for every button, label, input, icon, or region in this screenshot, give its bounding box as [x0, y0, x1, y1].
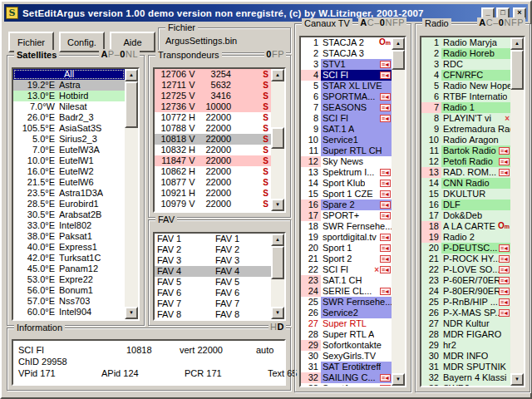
- radio-channel-row[interactable]: 26P-X-MAS SP...≡◄: [421, 308, 510, 318]
- radio-channel-row[interactable]: 22P-LOVE SO...≡◄: [421, 264, 510, 275]
- tv-channel-row[interactable]: 29Sofortkontakte: [301, 340, 392, 351]
- radio-channel-row[interactable]: 27NDR Kultur: [421, 318, 510, 329]
- transponder-row[interactable]: 10832H22000S: [155, 145, 271, 155]
- radio-channel-row[interactable]: 21P-ROCK HY...≡◄: [421, 254, 510, 264]
- radio-channel-row[interactable]: 18A LA CARTEOm: [421, 221, 510, 232]
- radio-channel-row[interactable]: 19Radio 2: [421, 232, 510, 243]
- tv-channel-row[interactable]: 30SexyGirls.TV: [301, 351, 392, 362]
- scroll-up-icon[interactable]: ▲: [510, 37, 524, 50]
- satellite-row[interactable]: 10.0°EEutelW1: [13, 155, 125, 166]
- satellite-row[interactable]: 45.0°EPanam12: [13, 264, 125, 274]
- scroll-down-icon[interactable]: ▼: [510, 373, 524, 386]
- transponder-row[interactable]: 10772H22000S: [155, 112, 271, 123]
- radio-channel-row[interactable]: 7Radio 1: [421, 102, 510, 113]
- satellite-row[interactable]: 38.0°EPaksat1: [13, 231, 125, 242]
- tv-channel-row[interactable]: 13Spektrum I...≡◄: [301, 167, 392, 178]
- radio-channel-row[interactable]: 8PLAYIN'T vi×: [421, 113, 510, 124]
- scroll-up-icon[interactable]: ▲: [125, 69, 138, 81]
- scrollbar-thumb[interactable]: [392, 50, 405, 70]
- scrollbar-thumb[interactable]: [271, 127, 284, 149]
- satellite-row[interactable]: 13.0°EHotbird: [13, 91, 125, 101]
- satellite-row[interactable]: 19.2°EAstra: [13, 80, 125, 91]
- scroll-up-icon[interactable]: ▲: [271, 69, 284, 81]
- fav-row[interactable]: FAV 2FAV 2: [155, 244, 271, 255]
- transponder-row[interactable]: 10921H22000S: [155, 188, 271, 199]
- tv-channel-row[interactable]: 28Super RTL A: [301, 329, 392, 340]
- radio-channel-row[interactable]: 30MDR INFO: [421, 351, 510, 362]
- radio-channel-row[interactable]: 31MDR SPUTNIK: [421, 362, 510, 372]
- radio-channel-row[interactable]: 9Extremadura Rad: [421, 124, 510, 135]
- transponder-row[interactable]: 10788V22000S: [155, 123, 271, 134]
- tv-channel-row[interactable]: 27Super RTL: [301, 318, 392, 329]
- satellite-row[interactable]: 42.0°ETurksat1C: [13, 253, 125, 264]
- satellite-row[interactable]: 57.0°ENss703: [13, 296, 125, 307]
- fav-row[interactable]: FAV 8FAV 8: [155, 309, 271, 319]
- radio-channel-row[interactable]: 1Radio Maryja: [421, 37, 510, 48]
- radio-channel-row[interactable]: 10Radio Aragon: [421, 135, 510, 145]
- tv-channel-row[interactable]: 15Sport 1 CZE≡◄: [301, 189, 392, 200]
- satellite-row[interactable]: 21.5°EEutelW6: [13, 177, 125, 188]
- transponder-row[interactable]: 11847V22000S: [155, 155, 271, 166]
- satellite-row[interactable]: 60.0°EIntel904: [13, 307, 125, 318]
- satellites-scrollbar[interactable]: ▲ ▼: [125, 69, 138, 319]
- radio-channel-row[interactable]: 12Petofi Radio≡◄: [421, 156, 510, 167]
- transponder-row[interactable]: 10877V22000S: [155, 177, 271, 188]
- tv-channel-row[interactable]: 23SAT.1 CH: [301, 275, 392, 286]
- tv-scrollbar[interactable]: ▲ ▼: [392, 37, 405, 386]
- satellite-row[interactable]: 23.5°EAstra1D3A: [13, 188, 125, 199]
- satellite-row[interactable]: 40.0°EExpress1: [13, 242, 125, 253]
- radio-channel-row[interactable]: 25P-RnB/HIP ...≡◄: [421, 297, 510, 308]
- radio-channel-row[interactable]: 3RDC: [421, 59, 510, 70]
- satellite-row[interactable]: 30.5°EArabsat2B: [13, 209, 125, 220]
- tv-channel-row[interactable]: 25SWR Fernsehe...: [301, 297, 392, 308]
- radio-channel-row[interactable]: 11Bartok Radio≡◄: [421, 145, 510, 156]
- tv-channel-row[interactable]: 2STACJA 3: [301, 48, 392, 59]
- tv-channel-row[interactable]: 11Super RTL CH: [301, 145, 392, 156]
- satellite-row[interactable]: 16.0°EEutelW2: [13, 166, 125, 177]
- tv-channel-row[interactable]: 5STAR XL LIVE: [301, 81, 392, 91]
- radio-channel-row[interactable]: 23P-60ER/70ER≡◄: [421, 275, 510, 286]
- tv-channel-row[interactable]: 8SCI FI≡◄: [301, 113, 392, 124]
- satellite-row[interactable]: 28.5°EEurobird1: [13, 199, 125, 209]
- radio-channel-row[interactable]: 6RTBF Internatio: [421, 91, 510, 102]
- transponder-row[interactable]: 12706V3254S: [155, 69, 271, 80]
- tv-channel-row[interactable]: 10Service1: [301, 135, 392, 145]
- radio-channel-row[interactable]: 20P-DEUTSC...≡◄: [421, 243, 510, 254]
- scroll-down-icon[interactable]: ▼: [271, 199, 284, 211]
- fav-row[interactable]: FAV 3FAV 3: [155, 255, 271, 266]
- tv-channel-row[interactable]: 24SERIE CL...≡◄: [301, 286, 392, 297]
- radio-channel-row[interactable]: 14CNN Radio: [421, 178, 510, 189]
- radio-channel-row[interactable]: 33SWR2: [421, 383, 510, 386]
- satellite-row[interactable]: 33.0°EIntel802: [13, 220, 125, 231]
- tv-channel-row[interactable]: 22SCI FI×≡◄: [301, 264, 392, 275]
- scrollbar-thumb[interactable]: [125, 81, 138, 128]
- scroll-down-icon[interactable]: ▼: [392, 373, 405, 386]
- transponder-row[interactable]: 11020V22000S: [155, 209, 271, 211]
- transponder-row[interactable]: 12736V10000S: [155, 101, 271, 112]
- satellite-row[interactable]: 7.0°WNilesat: [13, 101, 125, 112]
- tv-channel-row[interactable]: 18SWR Fernsehe...: [301, 221, 392, 232]
- tv-channel-row[interactable]: 6SPORTMA...≡◄: [301, 91, 392, 102]
- transponder-row[interactable]: 12725V3416S: [155, 91, 271, 101]
- tv-channel-row[interactable]: 14Sport Klub≡◄: [301, 178, 392, 189]
- radio-channel-row[interactable]: 24P-80ER/90ER≡◄: [421, 286, 510, 297]
- radio-channel-row[interactable]: 32Bayern 4 Klassi: [421, 372, 510, 383]
- radio-channel-row[interactable]: 5Radio New Hope: [421, 81, 510, 91]
- tv-channel-row[interactable]: 21Sport 2≡◄: [301, 254, 392, 264]
- transponder-row[interactable]: 10818V22000S: [155, 134, 271, 145]
- config-button[interactable]: Config.: [59, 32, 105, 52]
- satellite-row[interactable]: 5.0°ESirius2_3: [13, 134, 125, 145]
- scroll-down-icon[interactable]: ▼: [125, 307, 138, 319]
- tv-channel-row[interactable]: 19sportdigital.tv≡◄: [301, 232, 392, 243]
- transponder-row[interactable]: 10979V22000S: [155, 199, 271, 209]
- satellite-row[interactable]: 7.0°EEutelW3A: [13, 145, 125, 155]
- tv-channel-row[interactable]: 26Service2: [301, 308, 392, 318]
- fav-row[interactable]: FAV 5FAV 5: [155, 277, 271, 288]
- scroll-up-icon[interactable]: ▲: [271, 234, 284, 246]
- scroll-up-icon[interactable]: ▲: [392, 37, 405, 50]
- radio-channel-row[interactable]: 28MDR FIGARO: [421, 329, 510, 340]
- tv-channel-row[interactable]: 7SEASONS≡◄: [301, 102, 392, 113]
- fav-row[interactable]: FAV 7FAV 7: [155, 298, 271, 309]
- transponder-row[interactable]: 10862H22000S: [155, 166, 271, 177]
- tv-channel-row[interactable]: 17SPORT+≡◄: [301, 210, 392, 221]
